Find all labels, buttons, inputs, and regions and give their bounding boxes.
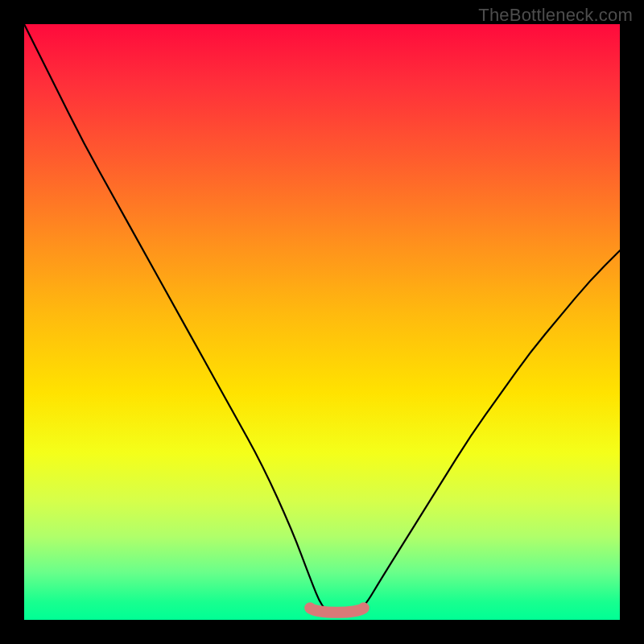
bottleneck-curve [24,24,620,620]
chart-frame: TheBottleneck.com [0,0,644,644]
watermark-text: TheBottleneck.com [478,5,633,26]
plot-area [24,24,620,620]
flat-segment [310,608,364,613]
curve-path [24,24,620,614]
